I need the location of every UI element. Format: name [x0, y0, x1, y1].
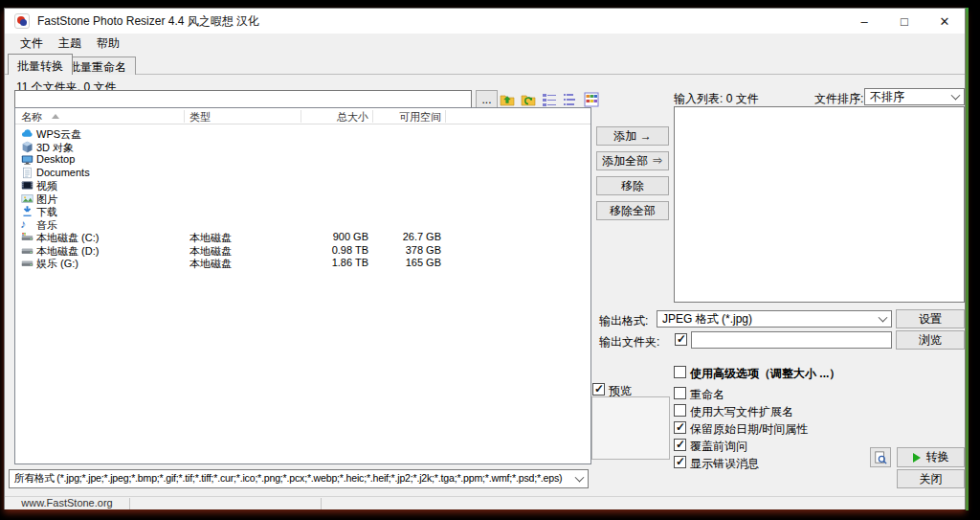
format-filter-combo[interactable]: 所有格式 (*.jpg;*.jpe;*.jpeg;*.bmp;*.gif;*.t…	[9, 469, 589, 488]
file-sort-value: 不排序	[870, 89, 904, 105]
path-browse-button[interactable]: ...	[476, 90, 498, 108]
format-filter-value: 所有格式 (*.jpg;*.jpe;*.jpeg;*.bmp;*.gif;*.t…	[14, 472, 562, 486]
view-thumbnails-icon[interactable]	[583, 91, 599, 107]
advanced-options-label: 使用高级选项（调整大小 ...）	[690, 367, 840, 380]
menu-help[interactable]: 帮助	[89, 34, 127, 54]
output-folder-label: 输出文件夹:	[599, 334, 659, 350]
list-item[interactable]: Documents	[15, 167, 590, 180]
file-sort-combo[interactable]: 不排序	[864, 88, 965, 105]
list-item[interactable]: 娱乐 (G:)本地磁盘1.86 TB165 GB	[15, 257, 590, 270]
list-item[interactable]: 视频	[15, 179, 590, 192]
close-button[interactable]: ✕	[924, 9, 965, 34]
desktop-background: FastStone Photo Resizer 4.4 风之暇想 汉化 – □ …	[0, 0, 980, 520]
list-item[interactable]: 本地磁盘 (C:)本地磁盘900 GB26.7 GB	[15, 231, 590, 244]
output-format-label: 输出格式:	[599, 313, 648, 329]
print-preview-button[interactable]	[870, 447, 891, 467]
output-folder-checkbox[interactable]	[675, 333, 687, 346]
add-all-button[interactable]: 添加全部 ⇒	[596, 151, 669, 170]
play-icon	[913, 453, 921, 463]
ask-overwrite-label: 覆盖前询问	[690, 439, 747, 455]
chevron-down-icon	[879, 313, 888, 323]
3d-object-icon	[21, 141, 33, 153]
folder-refresh-icon[interactable]	[520, 91, 536, 107]
list-item[interactable]: WPS云盘	[15, 127, 590, 141]
cloud-icon	[21, 127, 33, 140]
keep-date-checkbox[interactable]	[674, 421, 686, 434]
uppercase-ext-label: 使用大写文件扩展名	[690, 404, 793, 420]
downloads-icon	[21, 205, 33, 217]
keep-date-label: 保留原始日期/时间属性	[690, 421, 808, 438]
convert-button[interactable]: 转换	[897, 447, 965, 467]
file-sort-label: 文件排序:	[814, 91, 863, 107]
window-title: FastStone Photo Resizer 4.4 风之暇想 汉化	[37, 13, 259, 30]
output-folder-input[interactable]	[691, 331, 892, 349]
document-magnifier-icon	[874, 451, 887, 464]
column-name[interactable]: 名称	[21, 110, 42, 124]
maximize-button[interactable]: □	[884, 9, 924, 34]
add-button[interactable]: 添加 →	[596, 126, 669, 146]
sort-asc-icon	[52, 114, 59, 119]
list-item[interactable]: ♪ 音乐	[15, 218, 590, 232]
rename-label: 重命名	[690, 387, 724, 403]
list-item[interactable]: 3D 对象	[15, 141, 590, 154]
ask-overwrite-checkbox[interactable]	[674, 439, 686, 451]
title-bar[interactable]: FastStone Photo Resizer 4.4 风之暇想 汉化 – □ …	[5, 9, 965, 34]
browse-button[interactable]: 浏览	[896, 330, 965, 350]
screen-edge-artifact	[966, 8, 969, 510]
input-list-label: 输入列表: 0 文件	[674, 91, 759, 107]
chevron-down-icon	[575, 473, 585, 483]
drive-d-icon	[21, 244, 33, 257]
output-format-combo[interactable]: JPEG 格式 (*.jpg)	[657, 310, 892, 328]
app-icon	[14, 13, 30, 29]
desktop-icon	[21, 153, 33, 166]
list-item[interactable]: Desktop	[15, 153, 590, 167]
menu-bar: 文件 主题 帮助	[5, 34, 965, 54]
drive-c-icon	[21, 231, 33, 243]
view-list-icon[interactable]	[562, 91, 578, 107]
show-errors-checkbox[interactable]	[674, 456, 686, 468]
show-errors-label: 显示错误消息	[690, 456, 759, 472]
status-website: www.FastStone.org	[5, 497, 129, 509]
remove-button[interactable]: 移除	[596, 176, 669, 195]
videos-icon	[21, 179, 33, 192]
pictures-icon	[21, 192, 33, 205]
status-bar: www.FastStone.org	[5, 496, 965, 509]
close-dialog-button[interactable]: 关闭	[897, 469, 965, 488]
preview-panel	[591, 396, 670, 460]
folder-browser-panel: 名称 类型 总大小 可用空间 WPS云盘 3D 对象 Desktop	[14, 107, 591, 464]
remove-all-button[interactable]: 移除全部	[596, 201, 669, 220]
tab-strip: 批量转换 批量重命名	[5, 54, 965, 75]
menu-file[interactable]: 文件	[12, 34, 51, 54]
documents-icon	[21, 167, 33, 179]
chevron-down-icon	[951, 91, 961, 101]
view-details-icon[interactable]	[541, 91, 557, 107]
menu-theme[interactable]: 主题	[51, 34, 89, 54]
minimize-button[interactable]: –	[844, 9, 884, 34]
folder-up-icon[interactable]	[499, 91, 515, 107]
rename-checkbox[interactable]	[674, 387, 686, 399]
output-format-value: JPEG 格式 (*.jpg)	[662, 311, 752, 328]
uppercase-ext-checkbox[interactable]	[674, 404, 686, 417]
column-free-space[interactable]: 可用空间	[399, 110, 441, 124]
list-item[interactable]: 下载	[15, 205, 590, 218]
advanced-options-checkbox[interactable]	[674, 366, 686, 378]
convert-label: 转换	[926, 449, 949, 465]
drive-g-icon	[21, 257, 33, 269]
list-item[interactable]: 本地磁盘 (D:)本地磁盘0.98 TB378 GB	[15, 244, 590, 258]
input-file-list[interactable]	[674, 106, 965, 303]
column-total-size[interactable]: 总大小	[337, 110, 368, 124]
settings-button[interactable]: 设置	[896, 309, 965, 328]
music-icon: ♪	[20, 217, 26, 231]
list-item[interactable]: 图片	[15, 192, 590, 206]
path-input[interactable]	[14, 90, 472, 108]
column-type[interactable]: 类型	[189, 110, 211, 124]
preview-checkbox[interactable]	[592, 383, 605, 396]
tab-batch-convert[interactable]: 批量转换	[8, 54, 73, 75]
app-window: FastStone Photo Resizer 4.4 风之暇想 汉化 – □ …	[4, 8, 966, 509]
list-header: 名称 类型 总大小 可用空间	[15, 108, 590, 124]
